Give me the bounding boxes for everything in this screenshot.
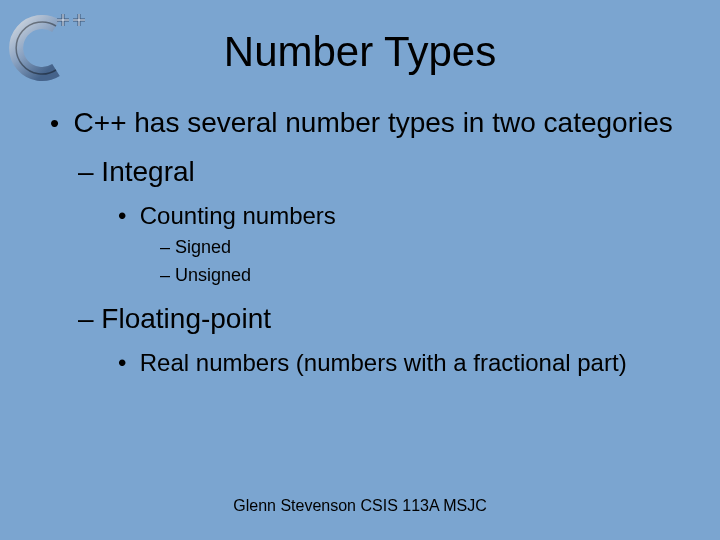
bullet-main: C++ has several number types in two cate… — [40, 106, 680, 140]
bullet-unsigned: Unsigned — [160, 263, 680, 287]
slide-title: Number Types — [0, 0, 720, 106]
bullet-signed: Signed — [160, 235, 680, 259]
slide-footer: Glenn Stevenson CSIS 113A MSJC — [0, 497, 720, 515]
bullet-floating: Floating-point — [78, 301, 680, 336]
cpp-logo-icon — [6, 8, 96, 83]
bullet-counting: Counting numbers — [118, 201, 680, 231]
bullet-integral: Integral — [78, 154, 680, 189]
slide-body: C++ has several number types in two cate… — [0, 106, 720, 378]
bullet-real: Real numbers (numbers with a fractional … — [118, 348, 680, 378]
